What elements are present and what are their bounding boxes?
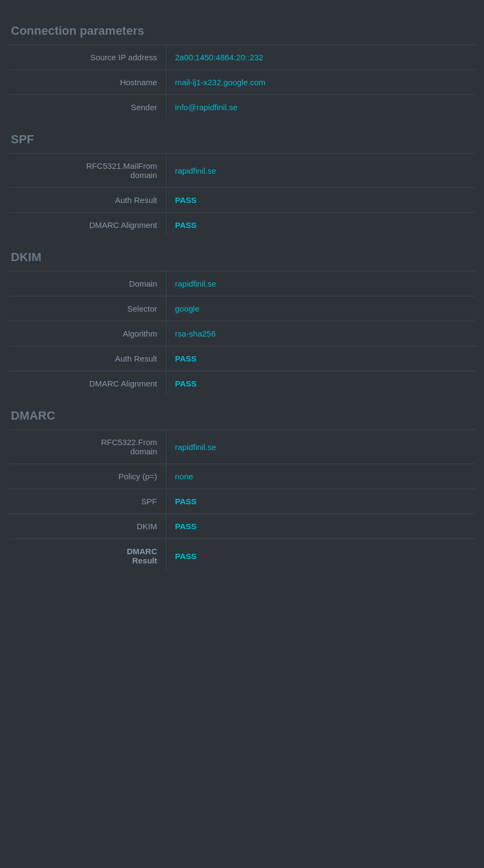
- spf-table: RFC5321.MailFromdomain rapidfinil.se Aut…: [9, 153, 475, 237]
- value-hostname: mail-lj1-x232.google.com: [166, 70, 475, 95]
- value-spf-auth-result: PASS: [166, 188, 475, 213]
- table-row: Source IP address 2a00:1450:4864:20::232: [9, 45, 475, 70]
- value-dkim-algorithm: rsa-sha256: [166, 321, 475, 346]
- value-dmarc-policy: none: [166, 464, 475, 489]
- label-dmarc-from-domain: RFC5322.Fromdomain: [9, 430, 166, 464]
- value-spf-dmarc-alignment: PASS: [166, 213, 475, 238]
- table-row: RFC5322.Fromdomain rapidfinil.se: [9, 430, 475, 464]
- spf-section: SPF RFC5321.MailFromdomain rapidfinil.se…: [9, 124, 475, 237]
- dkim-section: DKIM Domain rapidfinil.se Selector googl…: [9, 242, 475, 396]
- dkim-table: Domain rapidfinil.se Selector google Alg…: [9, 271, 475, 396]
- dmarc-title: DMARC: [9, 400, 475, 429]
- label-hostname: Hostname: [9, 70, 166, 95]
- label-dmarc-result: DMARCResult: [9, 539, 166, 573]
- label-dkim-selector: Selector: [9, 296, 166, 321]
- label-dmarc-policy: Policy (p=): [9, 464, 166, 489]
- value-sender: info@rapidfinil.se: [166, 95, 475, 120]
- label-source-ip: Source IP address: [9, 45, 166, 70]
- table-row: Hostname mail-lj1-x232.google.com: [9, 70, 475, 95]
- table-row: DMARCResult PASS: [9, 539, 475, 573]
- table-row: Policy (p=) none: [9, 464, 475, 489]
- value-dkim-dmarc-alignment: PASS: [166, 371, 475, 396]
- table-row: Auth Result PASS: [9, 346, 475, 371]
- connection-table: Source IP address 2a00:1450:4864:20::232…: [9, 45, 475, 119]
- table-row: Sender info@rapidfinil.se: [9, 95, 475, 120]
- table-row: DMARC Alignment PASS: [9, 371, 475, 396]
- value-dmarc-spf: PASS: [166, 489, 475, 514]
- label-dkim-auth-result: Auth Result: [9, 346, 166, 371]
- value-source-ip: 2a00:1450:4864:20::232: [166, 45, 475, 70]
- table-row: Selector google: [9, 296, 475, 321]
- label-dmarc-dkim: DKIM: [9, 514, 166, 539]
- table-row: SPF PASS: [9, 489, 475, 514]
- dmarc-table: RFC5322.Fromdomain rapidfinil.se Policy …: [9, 429, 475, 573]
- label-mailfrom-domain: RFC5321.MailFromdomain: [9, 154, 166, 188]
- table-row: Algorithm rsa-sha256: [9, 321, 475, 346]
- label-spf-auth-result: Auth Result: [9, 188, 166, 213]
- label-sender: Sender: [9, 95, 166, 120]
- table-row: DMARC Alignment PASS: [9, 213, 475, 238]
- table-row: Auth Result PASS: [9, 188, 475, 213]
- label-dmarc-spf: SPF: [9, 489, 166, 514]
- connection-title: Connection parameters: [9, 15, 475, 45]
- label-spf-dmarc-alignment: DMARC Alignment: [9, 213, 166, 238]
- page-container: Connection parameters Source IP address …: [0, 0, 484, 588]
- value-mailfrom-domain: rapidfinil.se: [166, 154, 475, 188]
- value-dkim-selector: google: [166, 296, 475, 321]
- dmarc-section: DMARC RFC5322.Fromdomain rapidfinil.se P…: [9, 400, 475, 573]
- value-dmarc-dkim: PASS: [166, 514, 475, 539]
- connection-section: Connection parameters Source IP address …: [9, 15, 475, 119]
- label-dkim-algorithm: Algorithm: [9, 321, 166, 346]
- table-row: RFC5321.MailFromdomain rapidfinil.se: [9, 154, 475, 188]
- value-dmarc-from-domain: rapidfinil.se: [166, 430, 475, 464]
- dkim-title: DKIM: [9, 242, 475, 271]
- spf-title: SPF: [9, 124, 475, 153]
- label-dkim-domain: Domain: [9, 271, 166, 296]
- value-dmarc-result: PASS: [166, 539, 475, 573]
- value-dkim-domain: rapidfinil.se: [166, 271, 475, 296]
- table-row: DKIM PASS: [9, 514, 475, 539]
- table-row: Domain rapidfinil.se: [9, 271, 475, 296]
- label-dkim-dmarc-alignment: DMARC Alignment: [9, 371, 166, 396]
- value-dkim-auth-result: PASS: [166, 346, 475, 371]
